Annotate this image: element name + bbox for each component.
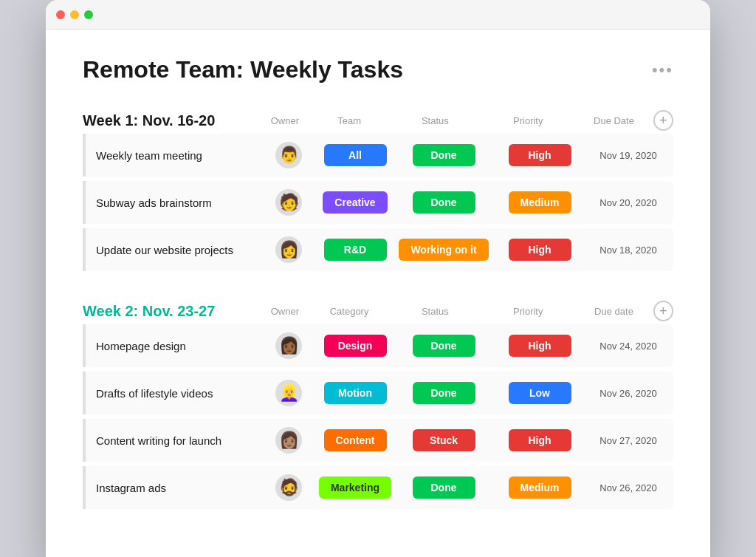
minimize-button[interactable] xyxy=(70,10,79,19)
priority-badge: High xyxy=(509,144,571,166)
task-status: Done xyxy=(396,335,492,357)
task-name: Homepage design xyxy=(86,340,263,352)
status-badge: Done xyxy=(413,144,475,166)
task-due-date: Nov 27, 2020 xyxy=(588,435,669,446)
task-name: Drafts of lifestyle videos xyxy=(86,387,263,400)
task-team: Motion xyxy=(315,382,396,404)
priority-badge: Low xyxy=(509,382,571,404)
task-priority: High xyxy=(492,429,588,451)
task-owner xyxy=(263,236,315,263)
task-status: Done xyxy=(396,476,492,499)
table-row: Content writing for launch Content Stuck… xyxy=(83,419,673,462)
week2-col-category: Category xyxy=(310,306,389,317)
week2-section: Week 2: Nov. 23-27 Owner Category Status… xyxy=(83,301,673,509)
page-title: Remote Team: Weekly Tasks xyxy=(83,56,403,83)
status-badge: Done xyxy=(413,191,475,213)
traffic-lights xyxy=(56,10,93,19)
table-row: Drafts of lifestyle videos Motion Done L… xyxy=(83,372,673,414)
week1-add-button[interactable]: + xyxy=(653,110,673,131)
task-due-date: Nov 26, 2020 xyxy=(588,388,669,399)
week1-col-team: Team xyxy=(310,115,389,126)
table-row: Update our website projects R&D Working … xyxy=(83,228,673,271)
week2-title: Week 2: Nov. 23-27 xyxy=(83,303,260,320)
team-badge: R&D xyxy=(324,239,387,261)
week1-header-row: Week 1: Nov. 16-20 Owner Team Status Pri… xyxy=(83,110,673,131)
week2-col-status: Status xyxy=(388,306,481,317)
task-team: R&D xyxy=(315,239,396,261)
task-due-date: Nov 24, 2020 xyxy=(588,341,669,352)
team-badge: Marketing xyxy=(319,476,391,499)
close-button[interactable] xyxy=(56,10,65,19)
task-priority: Medium xyxy=(492,191,588,213)
task-due-date: Nov 18, 2020 xyxy=(588,245,669,256)
avatar xyxy=(275,427,302,454)
title-bar xyxy=(46,0,710,30)
task-name: Subway ads brainstorm xyxy=(86,197,263,209)
avatar xyxy=(275,142,302,168)
task-name: Content writing for launch xyxy=(86,434,263,447)
avatar xyxy=(275,332,302,359)
week1-col-owner: Owner xyxy=(260,115,310,126)
status-badge: Done xyxy=(413,335,475,357)
team-badge: Design xyxy=(324,335,387,357)
task-owner xyxy=(263,427,315,454)
avatar xyxy=(275,189,302,216)
week1-col-status: Status xyxy=(388,115,481,126)
task-owner xyxy=(263,380,315,406)
priority-badge: High xyxy=(509,335,571,357)
page-header: Remote Team: Weekly Tasks ••• xyxy=(83,56,673,83)
task-due-date: Nov 20, 2020 xyxy=(588,197,669,208)
task-status: Stuck xyxy=(396,429,492,451)
maximize-button[interactable] xyxy=(84,10,93,19)
task-priority: High xyxy=(492,144,588,166)
task-team: All xyxy=(315,144,396,166)
table-row: Instagram ads Marketing Done Medium Nov … xyxy=(83,466,673,509)
team-badge: Creative xyxy=(323,191,387,213)
task-status: Done xyxy=(396,382,492,404)
team-badge: All xyxy=(324,144,387,166)
week1-section: Week 1: Nov. 16-20 Owner Team Status Pri… xyxy=(83,110,673,271)
team-badge: Motion xyxy=(324,382,387,404)
task-status: Done xyxy=(396,144,492,166)
week2-header-row: Week 2: Nov. 23-27 Owner Category Status… xyxy=(83,301,673,321)
main-content: Remote Team: Weekly Tasks ••• Week 1: No… xyxy=(46,30,710,557)
table-row: Subway ads brainstorm Creative Done Medi… xyxy=(83,181,673,224)
task-priority: Low xyxy=(492,382,588,404)
task-team: Content xyxy=(315,429,396,451)
task-due-date: Nov 26, 2020 xyxy=(588,482,669,493)
priority-badge: Medium xyxy=(509,191,571,213)
avatar xyxy=(275,474,302,501)
more-options-button[interactable]: ••• xyxy=(652,61,673,80)
task-team: Marketing xyxy=(315,476,396,499)
status-badge: Done xyxy=(413,476,475,499)
task-owner xyxy=(263,332,315,359)
priority-badge: High xyxy=(509,239,571,261)
status-badge: Stuck xyxy=(413,429,475,451)
task-owner xyxy=(263,142,315,168)
task-due-date: Nov 19, 2020 xyxy=(588,150,669,161)
priority-badge: Medium xyxy=(509,476,571,499)
task-status: Working on it xyxy=(396,239,492,261)
task-status: Done xyxy=(396,191,492,213)
status-badge: Working on it xyxy=(399,239,488,261)
table-row: Weekly team meeting All Done High Nov 19… xyxy=(83,134,673,177)
week2-col-priority: Priority xyxy=(481,306,574,317)
task-priority: High xyxy=(492,239,588,261)
status-badge: Done xyxy=(413,382,475,404)
week1-col-priority: Priority xyxy=(481,115,574,126)
week2-add-button[interactable]: + xyxy=(653,301,673,321)
avatar xyxy=(275,380,302,406)
task-name: Update our website projects xyxy=(86,244,263,256)
week1-title: Week 1: Nov. 16-20 xyxy=(83,112,260,129)
week1-col-due: Due Date xyxy=(574,115,653,126)
task-priority: Medium xyxy=(492,476,588,499)
task-priority: High xyxy=(492,335,588,357)
table-row: Homepage design Design Done High Nov 24,… xyxy=(83,324,673,367)
priority-badge: High xyxy=(509,429,571,451)
team-badge: Content xyxy=(324,429,387,451)
task-owner xyxy=(263,189,315,216)
task-team: Creative xyxy=(315,191,396,213)
week2-col-owner: Owner xyxy=(260,306,310,317)
task-team: Design xyxy=(315,335,396,357)
app-window: Remote Team: Weekly Tasks ••• Week 1: No… xyxy=(46,0,710,557)
